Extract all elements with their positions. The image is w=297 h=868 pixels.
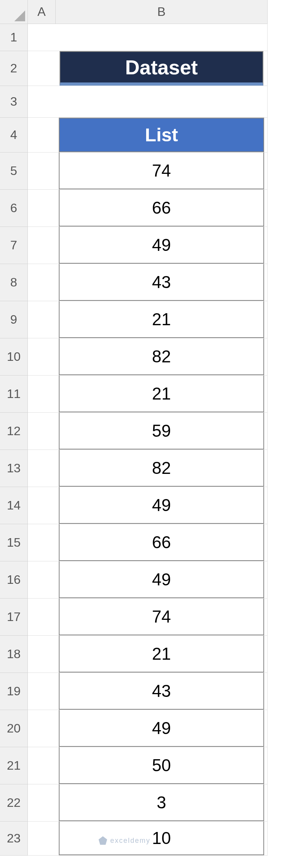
cell-b7[interactable]: 49 <box>56 227 268 264</box>
cell-a20[interactable] <box>28 710 56 747</box>
cell-a15[interactable] <box>28 524 56 561</box>
cell-b18[interactable]: 21 <box>56 636 268 673</box>
cell-b2[interactable]: Dataset <box>56 51 268 86</box>
cell-a18[interactable] <box>28 636 56 673</box>
cell-b10[interactable]: 82 <box>56 338 268 376</box>
list-item: 50 <box>59 747 264 784</box>
cell-a16[interactable] <box>28 561 56 599</box>
cell-a8[interactable] <box>28 264 56 301</box>
cell-b3[interactable] <box>56 86 268 118</box>
cell-a9[interactable] <box>28 301 56 338</box>
list-item: 74 <box>59 153 264 189</box>
list-item: 74 <box>59 599 264 635</box>
cell-a1[interactable] <box>28 24 56 51</box>
list-item: 49 <box>59 487 264 524</box>
spreadsheet-grid[interactable]: A B 1 2 Dataset 3 4 List 5 74 6 66 7 49 … <box>0 0 268 856</box>
select-all-corner[interactable] <box>0 0 28 24</box>
cell-b6[interactable]: 66 <box>56 190 268 227</box>
row-header-6[interactable]: 6 <box>0 190 28 227</box>
row-header-20[interactable]: 20 <box>0 710 28 747</box>
cell-b23[interactable]: 10 <box>56 822 268 856</box>
cell-b17[interactable]: 74 <box>56 599 268 636</box>
row-header-10[interactable]: 10 <box>0 338 28 376</box>
cell-a2[interactable] <box>28 51 56 86</box>
cell-a11[interactable] <box>28 376 56 413</box>
list-item: 49 <box>59 227 264 264</box>
cell-a12[interactable] <box>28 413 56 450</box>
cell-b4[interactable]: List <box>56 118 268 153</box>
row-header-11[interactable]: 11 <box>0 376 28 413</box>
cell-a4[interactable] <box>28 118 56 153</box>
row-header-16[interactable]: 16 <box>0 561 28 599</box>
row-header-2[interactable]: 2 <box>0 51 28 86</box>
row-header-19[interactable]: 19 <box>0 673 28 710</box>
cell-a6[interactable] <box>28 190 56 227</box>
cell-b19[interactable]: 43 <box>56 673 268 710</box>
row-header-13[interactable]: 13 <box>0 450 28 487</box>
list-item: 82 <box>59 338 264 375</box>
row-header-22[interactable]: 22 <box>0 784 28 822</box>
cell-a13[interactable] <box>28 450 56 487</box>
row-header-17[interactable]: 17 <box>0 599 28 636</box>
row-header-5[interactable]: 5 <box>0 153 28 190</box>
cell-b15[interactable]: 66 <box>56 524 268 561</box>
list-item: 66 <box>59 524 264 561</box>
cell-b8[interactable]: 43 <box>56 264 268 301</box>
list-item: 21 <box>59 376 264 412</box>
cell-b16[interactable]: 49 <box>56 561 268 599</box>
row-header-4[interactable]: 4 <box>0 118 28 153</box>
cell-b5[interactable]: 74 <box>56 153 268 190</box>
list-item: 10 <box>59 822 264 855</box>
list-item: 43 <box>59 673 264 710</box>
row-header-18[interactable]: 18 <box>0 636 28 673</box>
cell-b20[interactable]: 49 <box>56 710 268 747</box>
row-header-1[interactable]: 1 <box>0 24 28 51</box>
cell-b22[interactable]: 3 <box>56 784 268 822</box>
watermark-icon <box>99 836 107 845</box>
list-item: 66 <box>59 190 264 226</box>
list-item: 59 <box>59 413 264 449</box>
list-item: 21 <box>59 301 264 338</box>
watermark-text: exceldemy <box>110 837 150 845</box>
cell-b13[interactable]: 82 <box>56 450 268 487</box>
list-item: 21 <box>59 636 264 672</box>
row-header-15[interactable]: 15 <box>0 524 28 561</box>
list-item: 49 <box>59 710 264 747</box>
row-header-7[interactable]: 7 <box>0 227 28 264</box>
list-item: 43 <box>59 264 264 301</box>
cell-b1[interactable] <box>56 24 268 51</box>
row-header-9[interactable]: 9 <box>0 301 28 338</box>
cell-a17[interactable] <box>28 599 56 636</box>
cell-a14[interactable] <box>28 487 56 524</box>
list-item: 3 <box>59 784 264 821</box>
cell-a22[interactable] <box>28 784 56 822</box>
list-header: List <box>59 118 264 152</box>
row-header-3[interactable]: 3 <box>0 86 28 118</box>
cell-b11[interactable]: 21 <box>56 376 268 413</box>
row-header-21[interactable]: 21 <box>0 747 28 784</box>
cell-a3[interactable] <box>28 86 56 118</box>
cell-b21[interactable]: 50 <box>56 747 268 784</box>
col-header-a[interactable]: A <box>28 0 56 24</box>
row-header-12[interactable]: 12 <box>0 413 28 450</box>
cell-b14[interactable]: 49 <box>56 487 268 524</box>
cell-a7[interactable] <box>28 227 56 264</box>
row-header-8[interactable]: 8 <box>0 264 28 301</box>
cell-a5[interactable] <box>28 153 56 190</box>
list-item: 82 <box>59 450 264 487</box>
cell-b12[interactable]: 59 <box>56 413 268 450</box>
cell-a23[interactable] <box>28 822 56 856</box>
dataset-title: Dataset <box>60 51 263 86</box>
cell-a21[interactable] <box>28 747 56 784</box>
cell-a19[interactable] <box>28 673 56 710</box>
col-header-b[interactable]: B <box>56 0 268 24</box>
cell-a10[interactable] <box>28 338 56 376</box>
watermark: exceldemy <box>99 836 150 845</box>
cell-b9[interactable]: 21 <box>56 301 268 338</box>
row-header-23[interactable]: 23 <box>0 822 28 856</box>
list-item: 49 <box>59 561 264 598</box>
row-header-14[interactable]: 14 <box>0 487 28 524</box>
